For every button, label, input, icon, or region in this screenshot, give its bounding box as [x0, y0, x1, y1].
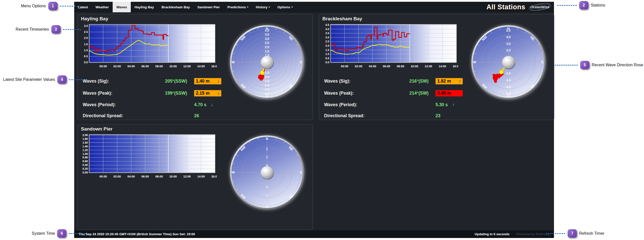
- svg-text:OceanWise: OceanWise: [530, 5, 549, 9]
- annotation-badge: 6: [57, 229, 66, 238]
- svg-text:14:00: 14:00: [197, 175, 205, 178]
- wave-direction-rose: NNEESESSWWNW0.50.51.01.01.51.52.02.02.52…: [227, 22, 307, 102]
- svg-text:3.0: 3.0: [265, 37, 269, 41]
- svg-text:10:00: 10:00: [169, 65, 177, 68]
- svg-text:2.0: 2.0: [265, 75, 269, 79]
- svg-text:02:00: 02:00: [355, 65, 362, 68]
- svg-text:1.0: 1.0: [84, 49, 88, 52]
- svg-text:14:00: 14:00: [197, 65, 205, 68]
- parameter-list: Waves (Sig): 205°(SSW) 1.40 m↓ Waves (Pe…: [79, 74, 221, 118]
- dashed-connector: [60, 6, 80, 7]
- annotation-recent-timeseries: Recent Timeseries 3: [16, 25, 81, 34]
- menu-item-options[interactable]: Options▾: [274, 2, 296, 12]
- trend-arrow-icon: ↑: [452, 102, 455, 107]
- param-value: 4.70 s↓: [194, 102, 221, 107]
- annotation-refresh-timer: 7 Refresh Timer: [546, 229, 604, 238]
- annotation-latest-site-parameter-values: Latest Site Parameter Values 4: [3, 75, 84, 84]
- svg-text:1.5: 1.5: [265, 50, 269, 53]
- refresh-timer: Updating in 6 seconds: [475, 232, 510, 236]
- svg-text:1.40: 1.40: [82, 145, 88, 148]
- param-direction: 199°(SSW): [146, 91, 187, 96]
- svg-text:4.0: 4.0: [265, 92, 269, 95]
- svg-text:3.5: 3.5: [325, 32, 329, 35]
- dashed-connector: [546, 233, 565, 234]
- annotation-badge: 5: [580, 61, 589, 69]
- svg-text:4.0: 4.0: [325, 28, 329, 31]
- param-value: 3.45 m: [436, 90, 463, 96]
- svg-text:1.5: 1.5: [325, 48, 329, 51]
- annotation-label: Stations: [591, 3, 605, 8]
- trend-arrow-icon: ↑: [459, 79, 461, 84]
- svg-text:3.0: 3.0: [325, 36, 329, 39]
- svg-text:1: 1: [266, 186, 268, 189]
- annotation-wave-direction-rose: 5 Recent Wave Direction Rose Plot: [555, 61, 644, 69]
- svg-text:3.0: 3.0: [506, 42, 510, 46]
- annotation-label: Menu Options: [21, 4, 46, 8]
- parameter-list: Waves (Sig): 216°(SW) 1.82 m↑ Waves (Pea…: [320, 74, 463, 118]
- svg-text:2.5: 2.5: [84, 30, 88, 33]
- menu-item-weather[interactable]: Weather: [92, 2, 113, 12]
- svg-text:2.00: 2.00: [82, 134, 88, 137]
- svg-text:E: E: [300, 61, 302, 64]
- svg-text:12:00: 12:00: [183, 175, 191, 178]
- param-value: 1.82 m↑: [436, 78, 463, 84]
- menu-item-sandown-pier[interactable]: Sandown Pier: [194, 2, 224, 12]
- svg-text:3.5: 3.5: [265, 88, 269, 91]
- svg-text:S: S: [266, 204, 268, 208]
- panel-sandown-pier: Sandown Pier 0.000.200.400.600.801.001.2…: [77, 124, 313, 230]
- svg-text:3.0: 3.0: [84, 24, 88, 27]
- param-value: 1.40 m↓: [194, 78, 221, 84]
- param-label: Waves (Sig):: [324, 79, 387, 84]
- annotation-label: System Time: [32, 231, 55, 236]
- annotation-system-time: System Time 6: [32, 229, 86, 238]
- caret-down-icon: ▾: [269, 6, 270, 8]
- menu-item-bracklesham-bay[interactable]: Bracklesham Bay: [158, 2, 194, 12]
- panel-title: Hayling Bay: [78, 14, 313, 22]
- svg-text:16:00: 16:00: [211, 175, 217, 178]
- svg-text:W: W: [473, 61, 476, 64]
- panel-title: Sandown Pier: [78, 125, 313, 133]
- panel-hayling-bay: Hayling Bay 0.00.51.01.52.02.53.000:0002…: [77, 14, 313, 120]
- param-label: Directional Spread:: [324, 113, 387, 118]
- panel-title: Bracklesham Bay: [319, 14, 554, 22]
- page-title: All Stations: [486, 3, 525, 11]
- param-label: Waves (Peak):: [324, 91, 387, 96]
- param-label: Waves (Period):: [324, 102, 387, 107]
- menu-item-predictions[interactable]: Predictions▾: [224, 2, 252, 12]
- svg-text:2.0: 2.0: [84, 36, 88, 39]
- svg-text:1.5: 1.5: [84, 43, 88, 46]
- annotation-label: Recent Wave Direction Rose Plot: [592, 63, 644, 67]
- svg-text:4.0: 4.0: [265, 29, 269, 32]
- annotation-label: Latest Site Parameter Values: [3, 77, 55, 82]
- svg-text:0.60: 0.60: [82, 160, 88, 163]
- svg-text:06:00: 06:00: [383, 65, 390, 68]
- menu-item-waves[interactable]: Waves: [113, 2, 131, 12]
- svg-text:N: N: [266, 137, 268, 141]
- svg-text:0.5: 0.5: [325, 57, 329, 60]
- param-label: Waves (Period):: [83, 102, 146, 107]
- dashed-connector: [557, 5, 577, 6]
- svg-text:4.5: 4.5: [325, 23, 329, 26]
- svg-text:1.5: 1.5: [265, 71, 269, 75]
- oceanwise-logo: OceanWise: [528, 3, 551, 12]
- annotation-menu-options: Menu Options 1: [21, 2, 80, 10]
- menu-item-history[interactable]: History▾: [252, 2, 274, 12]
- param-value: 2.15 m↓: [194, 90, 221, 96]
- wave-direction-rose: NNEESESSWWNW1.01.02.02.03.03.04.04.05.05…: [468, 22, 548, 102]
- svg-text:00:00: 00:00: [99, 175, 107, 178]
- svg-text:2.0: 2.0: [506, 72, 510, 75]
- svg-text:2.0: 2.0: [265, 45, 269, 49]
- svg-text:4.0: 4.0: [506, 35, 510, 39]
- svg-text:12:00: 12:00: [183, 65, 191, 68]
- svg-text:08:00: 08:00: [397, 65, 404, 68]
- svg-text:06:00: 06:00: [141, 65, 149, 68]
- svg-text:1.60: 1.60: [82, 141, 88, 144]
- svg-text:16:00: 16:00: [453, 65, 458, 68]
- svg-text:5.0: 5.0: [506, 92, 510, 95]
- svg-text:W: W: [231, 61, 235, 64]
- svg-text:0.5: 0.5: [84, 55, 88, 58]
- menu-item-hayling-bay[interactable]: Hayling Bay: [131, 2, 158, 12]
- param-direction: 205°(SSW): [146, 79, 187, 84]
- trend-arrow-icon: ↓: [211, 102, 213, 107]
- param-value: 23: [436, 113, 463, 118]
